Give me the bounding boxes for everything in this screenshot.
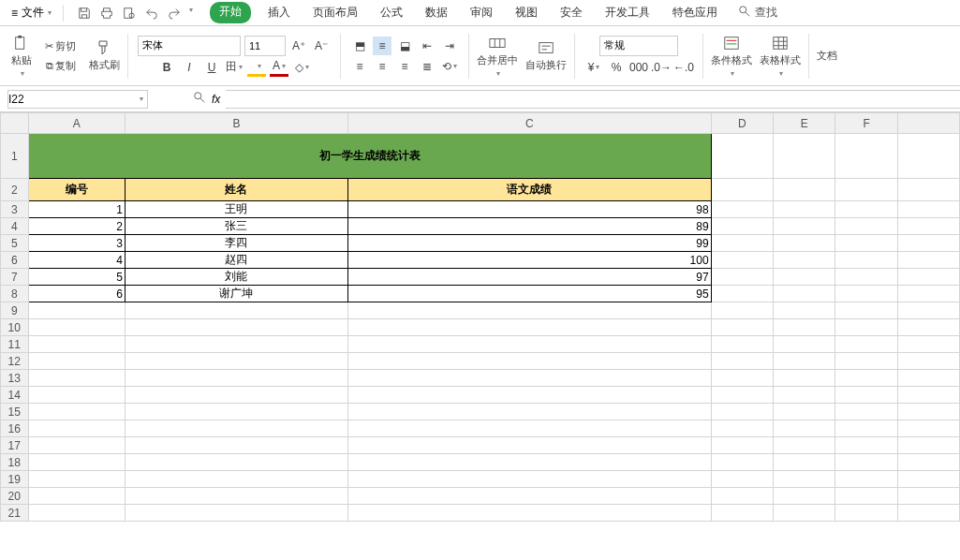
orientation-icon[interactable]: ⟲	[440, 57, 459, 76]
wrap-text-button[interactable]: 自动换行	[522, 37, 570, 74]
print-icon[interactable]	[99, 6, 114, 21]
tab-insert[interactable]: 插入	[262, 2, 296, 23]
row-header[interactable]: 14	[1, 387, 29, 404]
row-header[interactable]: 7	[1, 269, 29, 286]
col-header-A[interactable]: A	[28, 113, 125, 134]
row-header[interactable]: 4	[1, 218, 29, 235]
font-color-button[interactable]: A	[270, 58, 288, 77]
row-header[interactable]: 20	[1, 488, 29, 505]
cell-score[interactable]: 99	[347, 235, 711, 252]
zoom-icon[interactable]	[193, 91, 206, 107]
row-header[interactable]: 5	[1, 235, 29, 252]
tab-security[interactable]: 安全	[554, 2, 588, 23]
tab-dev-tools[interactable]: 开发工具	[599, 2, 656, 23]
row-header[interactable]: 12	[1, 353, 29, 370]
tab-special[interactable]: 特色应用	[667, 2, 723, 23]
col-header-blank[interactable]	[897, 113, 959, 134]
increase-decimal-icon[interactable]: .0→	[652, 58, 671, 77]
formula-input[interactable]	[226, 90, 960, 109]
cell-score[interactable]: 95	[347, 286, 711, 302]
file-menu[interactable]: ≡ 文件 ▾	[6, 3, 57, 22]
align-right-icon[interactable]: ≡	[395, 57, 414, 76]
cell-score[interactable]: 100	[347, 252, 711, 269]
tab-view[interactable]: 视图	[510, 2, 543, 23]
col-header-F[interactable]: F	[835, 113, 897, 134]
tab-review[interactable]: 审阅	[465, 2, 498, 23]
cell-id[interactable]: 6	[28, 286, 125, 302]
header-name[interactable]: 姓名	[126, 179, 348, 201]
col-header-E[interactable]: E	[774, 113, 835, 134]
cell-id[interactable]: 5	[28, 269, 125, 286]
fx-icon[interactable]: fx	[212, 93, 220, 106]
conditional-format-button[interactable]: 条件格式	[707, 33, 756, 80]
bold-button[interactable]: B	[157, 58, 176, 77]
cell-score[interactable]: 98	[347, 201, 711, 218]
cell-name[interactable]: 刘能	[126, 269, 348, 286]
percent-icon[interactable]: %	[607, 58, 626, 77]
cell-score[interactable]: 97	[347, 269, 711, 286]
decrease-decimal-icon[interactable]: ←.0	[674, 58, 693, 77]
spreadsheet-area[interactable]: A B C D E F 1 初一学生成绩统计表 2 编号 姓名 语文成绩 3 1…	[0, 112, 960, 560]
align-left-icon[interactable]: ≡	[350, 57, 369, 76]
undo-icon[interactable]	[144, 6, 159, 21]
cell-name[interactable]: 张三	[126, 218, 348, 235]
cell-name[interactable]: 李四	[126, 235, 348, 252]
save-icon[interactable]	[77, 6, 92, 21]
table-style-button[interactable]: 表格样式	[756, 33, 805, 80]
search-box[interactable]: 查找	[738, 5, 777, 21]
title-cell[interactable]: 初一学生成绩统计表	[28, 134, 711, 179]
align-top-icon[interactable]: ⬒	[350, 37, 369, 55]
tab-formula[interactable]: 公式	[375, 2, 408, 23]
cut-button[interactable]: ✂剪切	[41, 37, 80, 55]
increase-indent-icon[interactable]: ⇥	[440, 37, 459, 55]
row-header[interactable]: 6	[1, 252, 29, 269]
align-center-icon[interactable]: ≡	[373, 57, 391, 76]
currency-icon[interactable]: ¥	[584, 58, 603, 77]
redo-icon[interactable]	[167, 6, 182, 21]
row-header[interactable]: 11	[1, 336, 29, 353]
row-header[interactable]: 19	[1, 471, 29, 488]
header-score[interactable]: 语文成绩	[347, 179, 711, 201]
cell-id[interactable]: 4	[28, 252, 125, 269]
format-painter-button[interactable]: 格式刷	[85, 37, 124, 74]
row-header[interactable]: 21	[1, 505, 29, 522]
row-header[interactable]: 10	[1, 319, 29, 336]
merge-center-button[interactable]: 合并居中	[473, 33, 522, 80]
font-name-select[interactable]	[138, 36, 241, 56]
select-all-corner[interactable]	[1, 113, 29, 134]
cell-name[interactable]: 王明	[126, 201, 348, 218]
cell-score[interactable]: 89	[347, 218, 711, 235]
number-format-select[interactable]	[599, 36, 678, 56]
row-header[interactable]: 3	[1, 201, 29, 218]
paste-button[interactable]: 粘贴	[7, 33, 36, 80]
row-header[interactable]: 8	[1, 286, 29, 302]
row-header[interactable]: 17	[1, 437, 29, 454]
align-middle-icon[interactable]: ≡	[373, 37, 391, 55]
cell-id[interactable]: 3	[28, 235, 125, 252]
print-preview-icon[interactable]	[122, 6, 137, 21]
decrease-indent-icon[interactable]: ⇤	[418, 37, 436, 55]
copy-button[interactable]: ⧉复制	[42, 57, 80, 75]
tab-page-layout[interactable]: 页面布局	[307, 2, 363, 23]
row-header[interactable]: 13	[1, 370, 29, 387]
row-header[interactable]: 1	[1, 134, 29, 179]
border-button[interactable]: 田	[225, 58, 244, 77]
decrease-font-icon[interactable]: A⁻	[312, 37, 331, 55]
fill-color-button[interactable]	[247, 58, 266, 77]
col-header-C[interactable]: C	[347, 113, 711, 134]
row-header[interactable]: 9	[1, 302, 29, 319]
tab-start[interactable]: 开始	[210, 2, 251, 23]
row-header[interactable]: 18	[1, 454, 29, 471]
col-header-D[interactable]: D	[711, 113, 773, 134]
font-size-select[interactable]	[244, 36, 286, 56]
cell-id[interactable]: 2	[28, 218, 125, 235]
align-bottom-icon[interactable]: ⬓	[395, 37, 414, 55]
qa-more-icon[interactable]: ▾	[189, 6, 193, 21]
effects-button[interactable]: ◇	[292, 58, 311, 77]
cell-name[interactable]: 赵四	[126, 252, 348, 269]
doc-cutoff[interactable]: 文档	[813, 47, 841, 65]
col-header-B[interactable]: B	[126, 113, 348, 134]
cell-name[interactable]: 谢广坤	[126, 286, 348, 302]
tab-data[interactable]: 数据	[420, 2, 453, 23]
name-box[interactable]: I22 ▾	[7, 90, 148, 109]
